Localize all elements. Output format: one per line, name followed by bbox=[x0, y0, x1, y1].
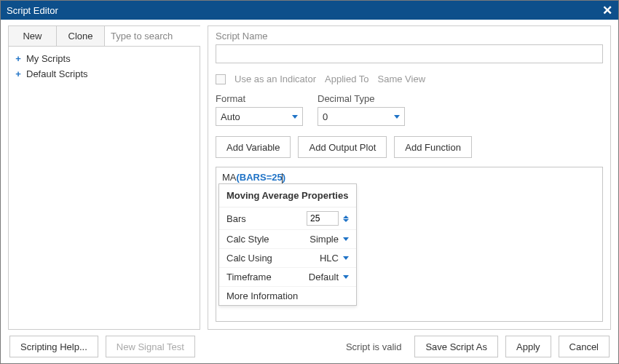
action-buttons: Add Variable Add Output Plot Add Functio… bbox=[216, 136, 603, 158]
spinner-down-icon[interactable] bbox=[343, 219, 349, 222]
chevron-down-icon bbox=[292, 115, 298, 119]
scripting-help-button[interactable]: Scripting Help... bbox=[9, 336, 98, 357]
format-group: Format Auto bbox=[216, 93, 303, 126]
chevron-down-icon bbox=[343, 275, 349, 279]
decimal-label: Decimal Type bbox=[318, 93, 405, 104]
code-arg: BARS=25 bbox=[240, 172, 283, 183]
timeframe-label: Timeframe bbox=[226, 272, 272, 282]
save-script-as-button[interactable]: Save Script As bbox=[414, 336, 498, 357]
cancel-button[interactable]: Cancel bbox=[559, 336, 610, 357]
new-signal-test-button[interactable]: New Signal Test bbox=[106, 336, 195, 357]
code-fn: MA bbox=[222, 172, 237, 183]
more-info-link: More Information bbox=[226, 290, 298, 301]
timeframe-value: Default bbox=[309, 272, 339, 282]
indicator-row: Use as an Indicator Applied To Same View bbox=[216, 74, 603, 84]
status-text: Script is valid bbox=[346, 341, 402, 352]
popup-row-calc-using[interactable]: Calc Using HLC bbox=[219, 249, 356, 268]
tab-new[interactable]: New bbox=[9, 26, 57, 46]
calc-using-value: HLC bbox=[320, 253, 339, 264]
calc-using-label: Calc Using bbox=[226, 253, 272, 264]
same-view-label: Same View bbox=[378, 74, 426, 84]
bars-input[interactable] bbox=[307, 211, 339, 226]
popup-title: Moving Average Properties bbox=[219, 184, 356, 207]
applied-to-label: Applied To bbox=[325, 74, 368, 84]
decimal-value: 0 bbox=[323, 111, 328, 122]
left-panel: New Clone + My Scripts + Default Scripts bbox=[8, 25, 200, 330]
tab-clone[interactable]: Clone bbox=[57, 26, 105, 46]
calc-style-value: Simple bbox=[310, 234, 339, 245]
tree-item-my-scripts[interactable]: + My Scripts bbox=[15, 51, 194, 66]
tree-item-default-scripts[interactable]: + Default Scripts bbox=[15, 66, 194, 82]
add-function-button[interactable]: Add Function bbox=[394, 136, 472, 158]
expand-icon[interactable]: + bbox=[15, 68, 22, 79]
script-name-label: Script Name bbox=[216, 31, 603, 41]
spinner-up-icon[interactable] bbox=[343, 215, 349, 218]
tree-label: Default Scripts bbox=[26, 68, 88, 79]
script-name-input[interactable] bbox=[216, 44, 603, 63]
ma-properties-popup: Moving Average Properties Bars Calc St bbox=[218, 183, 357, 306]
code-paren-close: ) bbox=[283, 172, 285, 183]
add-output-plot-button[interactable]: Add Output Plot bbox=[298, 136, 387, 158]
window-title: Script Editor bbox=[7, 5, 58, 16]
expand-icon[interactable]: + bbox=[15, 53, 22, 64]
format-label: Format bbox=[216, 93, 303, 104]
close-icon[interactable]: ✕ bbox=[602, 3, 612, 18]
format-value: Auto bbox=[221, 111, 240, 122]
code-editor[interactable]: MA(BARS=25) Moving Average Properties Ba… bbox=[216, 167, 603, 322]
add-variable-button[interactable]: Add Variable bbox=[216, 136, 291, 158]
chevron-down-icon bbox=[394, 115, 400, 119]
bars-spinner bbox=[343, 215, 349, 222]
popup-row-timeframe[interactable]: Timeframe Default bbox=[219, 268, 356, 287]
bars-label: Bars bbox=[226, 213, 246, 224]
chevron-down-icon bbox=[343, 256, 349, 260]
main-area: New Clone + My Scripts + Default Scripts… bbox=[1, 20, 618, 330]
apply-button[interactable]: Apply bbox=[505, 336, 551, 357]
chevron-down-icon bbox=[343, 237, 349, 241]
popup-row-more-info[interactable]: More Information bbox=[219, 287, 356, 305]
script-editor-window: Script Editor ✕ New Clone + My Scripts +… bbox=[0, 0, 619, 364]
right-panel: Script Name Use as an Indicator Applied … bbox=[208, 25, 611, 330]
format-row: Format Auto Decimal Type 0 bbox=[216, 93, 603, 126]
left-tabbar: New Clone bbox=[9, 26, 200, 47]
calc-style-label: Calc Style bbox=[226, 234, 269, 245]
format-select[interactable]: Auto bbox=[216, 107, 303, 126]
use-as-indicator-label: Use as an Indicator bbox=[234, 74, 316, 84]
popup-row-bars: Bars bbox=[219, 207, 356, 230]
decimal-select[interactable]: 0 bbox=[318, 107, 405, 126]
decimal-group: Decimal Type 0 bbox=[318, 93, 405, 126]
use-as-indicator-checkbox[interactable] bbox=[216, 74, 226, 84]
script-tree: + My Scripts + Default Scripts bbox=[9, 47, 200, 86]
tree-label: My Scripts bbox=[26, 53, 71, 64]
footer: Scripting Help... New Signal Test Script… bbox=[1, 330, 618, 363]
code-line: MA(BARS=25) bbox=[222, 172, 596, 183]
titlebar: Script Editor ✕ bbox=[1, 1, 618, 20]
popup-row-calc-style[interactable]: Calc Style Simple bbox=[219, 230, 356, 249]
